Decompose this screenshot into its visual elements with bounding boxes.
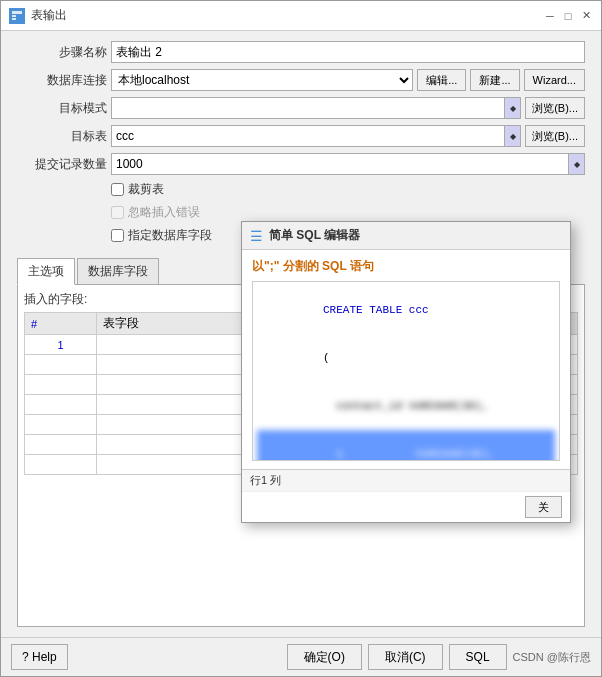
commit-arrow-icon[interactable]: ◆ (569, 153, 585, 175)
bottom-bar-right: 确定(O) 取消(C) SQL CSDN @陈行恩 (287, 644, 591, 670)
main-window: 表输出 ─ □ ✕ 步骤名称 数据库连接 本地localhost 编辑... 新… (0, 0, 602, 677)
ignore-errors-checkbox[interactable] (111, 206, 124, 219)
table-arrow-icon[interactable]: ◆ (505, 125, 521, 147)
sql-line-3: contact_id VARCHAR(30), (257, 382, 555, 430)
specify-fields-checkbox[interactable] (111, 229, 124, 242)
minimize-button[interactable]: ─ (543, 9, 557, 23)
target-table-row: 目标表 ◆ 浏览(B)... (17, 125, 585, 147)
cancel-button[interactable]: 取消(C) (368, 644, 443, 670)
ignore-errors-label: 忽略插入错误 (128, 204, 200, 221)
target-table-wrapper: ◆ (111, 125, 521, 147)
target-table-input[interactable] (111, 125, 505, 147)
bottom-bar: ? Help 确定(O) 取消(C) SQL CSDN @陈行恩 (1, 637, 601, 676)
col-header-num: # (25, 313, 97, 335)
status-text: 行1 列 (250, 474, 281, 486)
sql-editor-icon: ☰ (250, 228, 263, 244)
commit-size-wrapper: ◆ (111, 153, 585, 175)
step-name-label: 步骤名称 (17, 44, 107, 61)
wizard-button[interactable]: Wizard... (524, 69, 585, 91)
modal-close-button[interactable]: 关 (525, 496, 562, 518)
db-connection-row: 数据库连接 本地localhost 编辑... 新建... Wizard... (17, 69, 585, 91)
commit-size-row: 提交记录数量 ◆ (17, 153, 585, 175)
svg-rect-2 (12, 15, 16, 17)
help-button[interactable]: ? Help (11, 644, 68, 670)
ignore-errors-row: 忽略插入错误 (111, 204, 585, 221)
title-bar-left: 表输出 (9, 7, 67, 24)
title-controls: ─ □ ✕ (543, 9, 593, 23)
ok-button[interactable]: 确定(O) (287, 644, 362, 670)
modal-content: 以";" 分割的 SQL 语句 CREATE TABLE ccc ( conta… (242, 250, 570, 469)
svg-rect-1 (12, 11, 22, 14)
modal-title-bar: ☰ 简单 SQL 编辑器 (242, 222, 570, 250)
title-bar: 表输出 ─ □ ✕ (1, 1, 601, 31)
commit-size-input[interactable] (111, 153, 569, 175)
target-table-label: 目标表 (17, 128, 107, 145)
db-connection-select[interactable]: 本地localhost (111, 69, 413, 91)
sql-editor-title: 简单 SQL 编辑器 (269, 227, 360, 244)
tab-db-fields[interactable]: 数据库字段 (77, 258, 159, 284)
table-browse-button[interactable]: 浏览(B)... (525, 125, 585, 147)
new-button[interactable]: 新建... (470, 69, 519, 91)
db-connection-label: 数据库连接 (17, 72, 107, 89)
commit-size-label: 提交记录数量 (17, 156, 107, 173)
target-schema-input[interactable] (111, 97, 505, 119)
target-schema-label: 目标模式 (17, 100, 107, 117)
watermark-text: CSDN @陈行恩 (513, 650, 591, 665)
window-title: 表输出 (31, 7, 67, 24)
db-connection-wrapper: 本地localhost 编辑... 新建... Wizard... (111, 69, 585, 91)
edit-button[interactable]: 编辑... (417, 69, 466, 91)
schema-arrow-icon[interactable]: ◆ (505, 97, 521, 119)
maximize-button[interactable]: □ (561, 9, 575, 23)
truncate-label: 裁剪表 (128, 181, 164, 198)
modal-bottom: 关 (242, 491, 570, 522)
row-num-cell: 1 (25, 335, 97, 355)
sql-line-1: CREATE TABLE ccc (257, 286, 555, 334)
truncate-checkbox[interactable] (111, 183, 124, 196)
target-schema-wrapper: ◆ (111, 97, 521, 119)
step-name-row: 步骤名称 (17, 41, 585, 63)
table-icon (9, 8, 25, 24)
sql-line-2: ( (257, 334, 555, 382)
schema-browse-button[interactable]: 浏览(B)... (525, 97, 585, 119)
sql-editor-modal: ☰ 简单 SQL 编辑器 以";" 分割的 SQL 语句 CREATE TABL… (241, 221, 571, 523)
tab-main[interactable]: 主选项 (17, 258, 75, 285)
close-button[interactable]: ✕ (579, 9, 593, 23)
bottom-bar-left: ? Help (11, 644, 68, 670)
sql-line-4: s VARCHAR(30), (257, 430, 555, 461)
target-schema-row: 目标模式 ◆ 浏览(B)... (17, 97, 585, 119)
sql-button[interactable]: SQL (449, 644, 507, 670)
truncate-row: 裁剪表 (111, 181, 585, 198)
sql-section-title: 以";" 分割的 SQL 语句 (252, 258, 560, 275)
modal-status-bar: 行1 列 (242, 469, 570, 491)
specify-fields-label: 指定数据库字段 (128, 227, 212, 244)
sql-text-area[interactable]: CREATE TABLE ccc ( contact_id VARCHAR(30… (252, 281, 560, 461)
svg-rect-3 (12, 18, 16, 20)
step-name-input[interactable] (111, 41, 585, 63)
